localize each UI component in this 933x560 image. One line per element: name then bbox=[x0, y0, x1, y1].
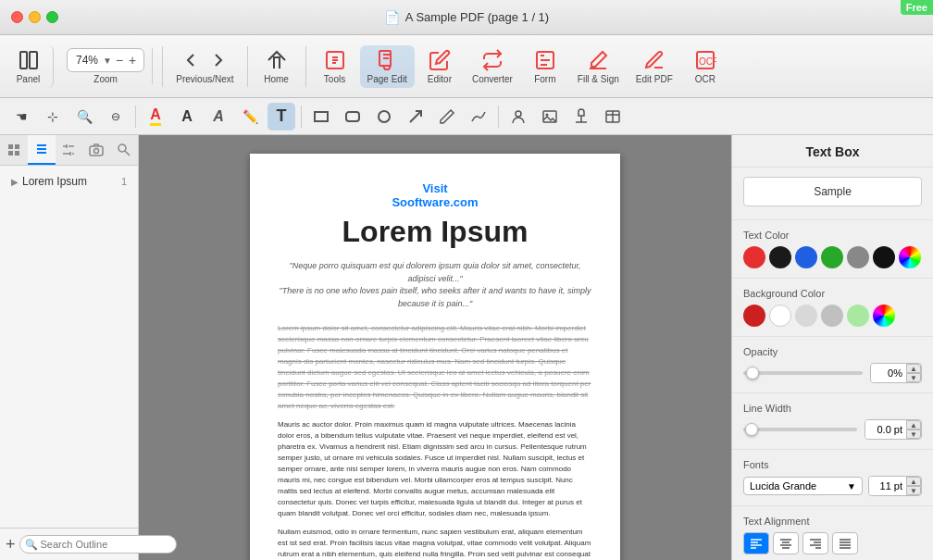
zoom-in-tool-button[interactable]: 🔍 bbox=[70, 103, 98, 131]
zoom-dropdown-icon[interactable]: ▼ bbox=[103, 56, 112, 66]
rounded-rect-button[interactable] bbox=[339, 103, 367, 131]
align-left-button[interactable] bbox=[743, 532, 769, 554]
toolbar2-sep-2 bbox=[301, 106, 302, 128]
camera-tab-icon bbox=[89, 143, 104, 157]
panel-sample-section: Sample bbox=[732, 168, 933, 220]
minimize-button[interactable] bbox=[29, 11, 41, 23]
opacity-increment-button[interactable]: ▲ bbox=[906, 364, 921, 373]
panel-button[interactable]: Panel bbox=[7, 45, 54, 88]
sidebar-search-input[interactable] bbox=[19, 535, 177, 554]
signature-tool-button[interactable] bbox=[465, 103, 492, 131]
bg-color-picker[interactable] bbox=[873, 305, 895, 327]
ocr-button[interactable]: OCR OCR bbox=[682, 45, 728, 88]
svg-point-31 bbox=[94, 149, 99, 154]
image-button[interactable] bbox=[536, 103, 564, 131]
bg-color-white[interactable] bbox=[769, 305, 791, 327]
line-width-input[interactable] bbox=[865, 420, 906, 439]
user-button[interactable] bbox=[504, 103, 532, 131]
pdf-canvas[interactable]: Visit Sooftware.com Lorem Ipsum "Neque p… bbox=[139, 135, 731, 560]
pdf-paragraph-2: Mauris ac auctor dolor. Proin maximus qu… bbox=[278, 419, 592, 519]
svg-rect-1 bbox=[30, 52, 37, 68]
font-icon: A bbox=[213, 108, 224, 125]
text-alignment-row bbox=[743, 532, 922, 554]
pdf-body: Lorem ipsum dolor sit amet, consectetur … bbox=[278, 323, 592, 560]
sidebar-add-button[interactable]: + bbox=[6, 534, 16, 554]
text-color-gray[interactable] bbox=[847, 246, 869, 268]
circle-tool-button[interactable] bbox=[370, 103, 398, 131]
text-highlight-button[interactable]: A bbox=[142, 103, 169, 131]
prev-icon bbox=[180, 49, 202, 71]
editor-button[interactable]: Editor bbox=[417, 45, 463, 88]
zoom-out-tool-button[interactable]: ⊖ bbox=[102, 103, 130, 131]
sidebar-footer: + 🔍 🗑 bbox=[0, 528, 138, 560]
bg-color-light-green[interactable] bbox=[847, 305, 869, 327]
text-color-swatches bbox=[743, 246, 922, 268]
select-tool-button[interactable]: ⊹ bbox=[39, 103, 67, 131]
arrow-tool-button[interactable] bbox=[402, 103, 429, 131]
svg-point-11 bbox=[516, 111, 521, 117]
opacity-input[interactable] bbox=[871, 364, 906, 382]
pdf-paragraph-3: Nullam euismod, odio in ornare fermentum… bbox=[278, 527, 592, 560]
sidebar-tab-settings[interactable] bbox=[56, 135, 83, 165]
form-icon bbox=[534, 49, 556, 71]
home-button[interactable]: Home bbox=[254, 45, 300, 88]
line-width-slider-track[interactable] bbox=[743, 428, 857, 431]
font-button[interactable]: A bbox=[205, 103, 232, 131]
font-size-input[interactable] bbox=[869, 477, 906, 495]
list-item-label: Lorem Ipsum bbox=[22, 175, 87, 188]
svg-text:OCR: OCR bbox=[699, 56, 716, 67]
text-color-button[interactable]: A bbox=[173, 103, 201, 131]
text-color-blue[interactable] bbox=[795, 246, 817, 268]
stamp-button[interactable] bbox=[567, 103, 595, 131]
form-button[interactable]: Form bbox=[522, 45, 568, 88]
pan-tool-button[interactable]: ☚ bbox=[7, 103, 35, 131]
maximize-button[interactable] bbox=[46, 11, 58, 23]
pencil-tool-button[interactable] bbox=[433, 103, 461, 131]
text-color-green[interactable] bbox=[821, 246, 843, 268]
text-color-picker[interactable] bbox=[899, 246, 921, 268]
fill-sign-button[interactable]: Fill & Sign bbox=[570, 45, 627, 88]
zoom-out-button[interactable]: − bbox=[114, 54, 125, 67]
align-justify-button[interactable] bbox=[832, 532, 858, 554]
bg-color-red[interactable] bbox=[743, 305, 765, 327]
font-size-decrement-button[interactable]: ▼ bbox=[906, 486, 921, 495]
marker-button[interactable]: ✏️ bbox=[236, 103, 264, 131]
zoom-control[interactable]: 74% ▼ − + bbox=[67, 48, 144, 72]
table-button[interactable] bbox=[599, 103, 627, 131]
page-edit-button[interactable]: Page Edit bbox=[360, 45, 415, 88]
sidebar-tab-camera[interactable] bbox=[82, 135, 110, 165]
opacity-slider-thumb[interactable] bbox=[746, 367, 759, 380]
bg-color-section: Background Color bbox=[732, 279, 933, 337]
line-width-increment-button[interactable]: ▲ bbox=[906, 420, 921, 429]
text-color-red[interactable] bbox=[743, 246, 765, 268]
circle-icon bbox=[376, 108, 392, 125]
bg-color-gray[interactable] bbox=[821, 305, 843, 327]
bg-color-light-gray[interactable] bbox=[795, 305, 817, 327]
fill-sign-icon bbox=[587, 49, 609, 71]
text-color-black[interactable] bbox=[769, 246, 791, 268]
text-color-section: Text Color bbox=[732, 220, 933, 279]
rectangle-tool-button[interactable] bbox=[307, 103, 335, 131]
list-item[interactable]: ▶ Lorem Ipsum 1 bbox=[4, 169, 134, 193]
sidebar-tab-search[interactable] bbox=[110, 135, 138, 165]
edit-pdf-button[interactable]: Edit PDF bbox=[628, 45, 680, 88]
text-color-dark-black[interactable] bbox=[873, 246, 895, 268]
tools-button[interactable]: Tools bbox=[312, 45, 358, 88]
font-family-select[interactable]: Lucida Grande ▼ bbox=[743, 477, 863, 495]
font-size-increment-button[interactable]: ▲ bbox=[906, 477, 921, 486]
opacity-slider-track[interactable] bbox=[743, 371, 863, 375]
close-button[interactable] bbox=[11, 11, 23, 23]
align-right-button[interactable] bbox=[802, 532, 828, 554]
sidebar-tab-list[interactable] bbox=[28, 135, 56, 165]
pdf-quote-1: "Neque porro quisquam est qui dolorem ip… bbox=[278, 260, 592, 310]
sidebar-tab-thumbnail[interactable] bbox=[0, 135, 28, 165]
align-center-button[interactable] bbox=[773, 532, 799, 554]
secondary-toolbar: ☚ ⊹ 🔍 ⊖ A A A ✏️ T bbox=[0, 98, 933, 135]
line-width-slider-thumb[interactable] bbox=[745, 423, 758, 436]
converter-button[interactable]: Converter bbox=[465, 45, 520, 88]
opacity-decrement-button[interactable]: ▼ bbox=[906, 373, 921, 382]
prev-next-button[interactable]: Previous/Next bbox=[168, 45, 241, 88]
zoom-in-button[interactable]: + bbox=[127, 54, 138, 67]
line-width-decrement-button[interactable]: ▼ bbox=[906, 429, 921, 439]
text-insert-button[interactable]: T bbox=[267, 103, 295, 131]
